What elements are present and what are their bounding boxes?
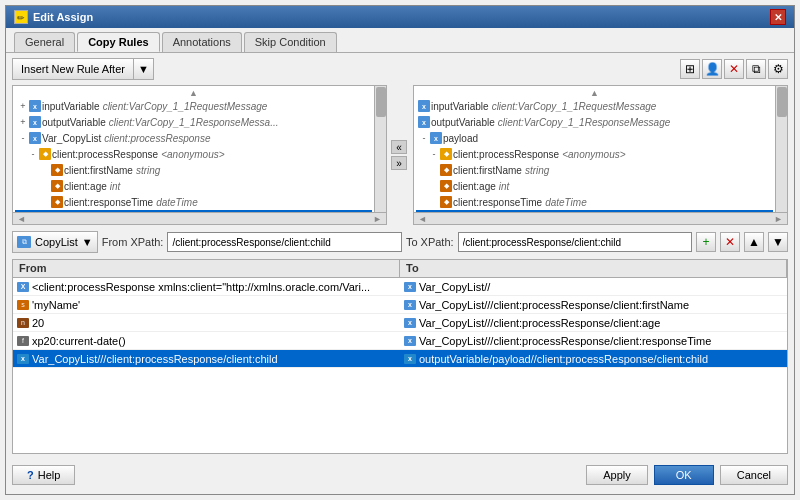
from-cell: X <client:processResponse xmlns:client="… [13, 280, 400, 294]
tree-row[interactable]: ◆ client:responseTime dateTime [416, 194, 773, 210]
ok-button[interactable]: OK [654, 465, 714, 485]
rtree-scroll-up[interactable]: ▲ [416, 88, 773, 98]
tab-general[interactable]: General [14, 32, 75, 52]
str-icon: ◆ [440, 164, 452, 176]
apply-button[interactable]: Apply [586, 465, 648, 485]
table-row[interactable]: X <client:processResponse xmlns:client="… [13, 278, 787, 296]
from-cell: n 20 [13, 316, 400, 330]
copy-rules-table: From To X <client:processResponse xmlns:… [12, 259, 788, 454]
tree-row[interactable]: + x inputVariable client:VarCopy_1_1Requ… [15, 98, 372, 114]
left-tree-container: ▲ + x inputVariable client:VarCopy_1_1Re… [12, 85, 387, 225]
xpath-row: ⧉ CopyList ▼ From XPath: To XPath: + ✕ ▲… [12, 229, 788, 255]
str-icon: ◆ [440, 180, 452, 192]
tree-row[interactable]: ◆ client:age int [416, 178, 773, 194]
bottom-row: ? Help Apply OK Cancel [12, 458, 788, 490]
tree-row[interactable]: x outputVariable client:VarCopy_1_1Respo… [416, 114, 773, 130]
var-icon: x [29, 116, 41, 128]
var-icon: x [404, 300, 416, 310]
to-column-header: To [400, 260, 787, 277]
to-cell: x Var_CopyList///client:processResponse/… [400, 298, 787, 312]
table-row[interactable]: n 20 x Var_CopyList///client:processResp… [13, 314, 787, 332]
remove-xpath-btn[interactable]: ✕ [720, 232, 740, 252]
trees-panel: ▲ + x inputVariable client:VarCopy_1_1Re… [12, 85, 788, 225]
move-down-btn[interactable]: ▼ [768, 232, 788, 252]
to-xpath-label: To XPath: [406, 236, 454, 248]
from-cell: x Var_CopyList///client:processResponse/… [13, 352, 400, 366]
delete-icon-btn[interactable]: ✕ [724, 59, 744, 79]
edit-assign-dialog: ✏ Edit Assign ✕ General Copy Rules Annot… [5, 5, 795, 495]
move-up-btn[interactable]: ▲ [744, 232, 764, 252]
tree-row[interactable]: - ◆ client:processResponse <anonymous> [416, 146, 773, 162]
xml-icon: X [17, 282, 29, 292]
num-icon: n [17, 318, 29, 328]
add-xpath-btn[interactable]: + [696, 232, 716, 252]
cancel-button[interactable]: Cancel [720, 465, 788, 485]
to-cell: x Var_CopyList///client:processResponse/… [400, 334, 787, 348]
to-cell: x Var_CopyList// [400, 280, 787, 294]
insert-new-rule-btn[interactable]: Insert New Rule After ▼ [12, 58, 154, 80]
tree-row[interactable]: + x outputVariable client:VarCopy_1_1Res… [15, 114, 372, 130]
str-icon: s [17, 300, 29, 310]
content-area: Insert New Rule After ▼ ⊞ 👤 ✕ ⧉ ⚙ ▲ [6, 53, 794, 494]
from-column-header: From [13, 260, 400, 277]
var-icon: x [29, 100, 41, 112]
tree-row[interactable]: - ◆ client:processResponse <anonymous> [15, 146, 372, 162]
var-icon: x [29, 132, 41, 144]
right-tree[interactable]: ▲ x inputVariable client:VarCopy_1_1Requ… [414, 86, 775, 212]
help-button[interactable]: ? Help [12, 465, 75, 485]
tree-scroll-up[interactable]: ▲ [15, 88, 372, 98]
settings-icon-btn[interactable]: ⚙ [768, 59, 788, 79]
close-button[interactable]: ✕ [770, 9, 786, 25]
var-icon: x [404, 318, 416, 328]
elem-icon: ◆ [39, 148, 51, 160]
table-row[interactable]: s 'myName' x Var_CopyList///client:proce… [13, 296, 787, 314]
var-icon: x [418, 100, 430, 112]
from-cell: s 'myName' [13, 298, 400, 312]
right-tree-container: ▲ x inputVariable client:VarCopy_1_1Requ… [413, 85, 788, 225]
tree-row[interactable]: ◆ client:firstName string [15, 162, 372, 178]
tab-annotations[interactable]: Annotations [162, 32, 242, 52]
nav-left-arrow[interactable]: « [391, 140, 407, 154]
tree-row[interactable]: ◆ client:age int [15, 178, 372, 194]
var-icon: x [17, 354, 29, 364]
copylist-button[interactable]: ⧉ CopyList ▼ [12, 231, 98, 253]
tree-row[interactable]: - x payload [416, 130, 773, 146]
copy-icon-btn[interactable]: ⧉ [746, 59, 766, 79]
to-cell: x outputVariable/payload//client:process… [400, 352, 787, 366]
insert-btn-dropdown[interactable]: ▼ [134, 59, 153, 79]
from-xpath-input[interactable] [167, 232, 401, 252]
tab-bar: General Copy Rules Annotations Skip Cond… [6, 28, 794, 53]
table-row[interactable]: f xp20:current-date() x Var_CopyList///c… [13, 332, 787, 350]
right-tree-hscroll[interactable]: ◄ ► [414, 212, 787, 224]
nav-right-arrow[interactable]: » [391, 156, 407, 170]
help-label: Help [38, 469, 61, 481]
var-icon: x [418, 116, 430, 128]
left-tree-scrollbar[interactable] [374, 86, 386, 212]
tree-row[interactable]: - x Var_CopyList client:processResponse [15, 130, 372, 146]
copylist-dropdown-arrow[interactable]: ▼ [82, 236, 93, 248]
person-icon-btn[interactable]: 👤 [702, 59, 722, 79]
tree-row[interactable]: ◆ client:responseTime dateTime [15, 194, 372, 210]
copylist-label: CopyList [35, 236, 78, 248]
table-row-selected[interactable]: x Var_CopyList///client:processResponse/… [13, 350, 787, 368]
to-xpath-input[interactable] [458, 232, 692, 252]
tab-copy-rules[interactable]: Copy Rules [77, 32, 160, 52]
var-icon: x [404, 354, 416, 364]
tab-skip-condition[interactable]: Skip Condition [244, 32, 337, 52]
grid-icon-btn[interactable]: ⊞ [680, 59, 700, 79]
dialog-icon: ✏ [14, 10, 28, 24]
to-cell: x Var_CopyList///client:processResponse/… [400, 316, 787, 330]
elem-icon: ◆ [440, 148, 452, 160]
left-tree[interactable]: ▲ + x inputVariable client:VarCopy_1_1Re… [13, 86, 374, 212]
str-icon: ◆ [51, 164, 63, 176]
tree-row[interactable]: x inputVariable client:VarCopy_1_1Reques… [416, 98, 773, 114]
toolbar-icons: ⊞ 👤 ✕ ⧉ ⚙ [680, 59, 788, 79]
right-tree-scrollbar[interactable] [775, 86, 787, 212]
table-header: From To [13, 260, 787, 278]
tree-row[interactable]: ◆ client:firstName string [416, 162, 773, 178]
tree-nav-arrows: « » [391, 85, 409, 225]
from-xpath-label: From XPath: [102, 236, 164, 248]
title-bar: ✏ Edit Assign ✕ [6, 6, 794, 28]
left-tree-hscroll[interactable]: ◄ ► [13, 212, 386, 224]
dialog-title: Edit Assign [33, 11, 93, 23]
